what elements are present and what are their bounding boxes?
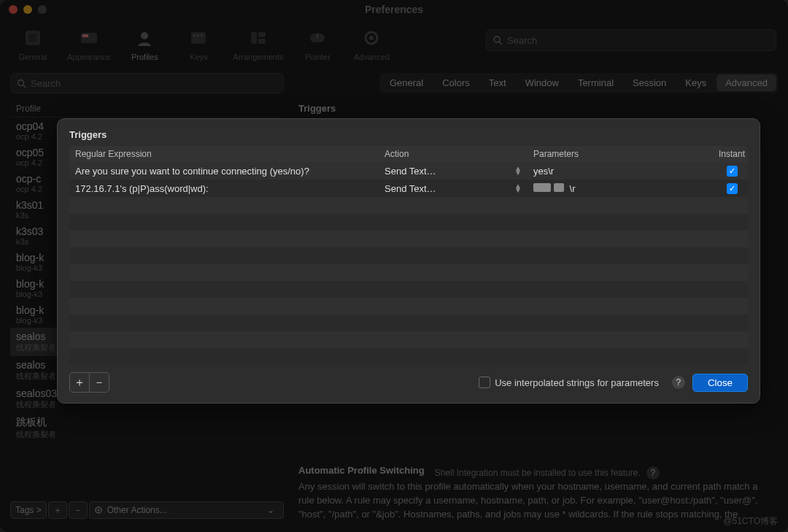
action-select[interactable]: Send Text…▲▼	[379, 180, 528, 197]
add-trigger-button[interactable]: ＋	[69, 372, 90, 393]
table-row[interactable]: 172.16.7.1's (p|P)ass(word|wd):Send Text…	[69, 180, 748, 197]
table-row[interactable]	[69, 231, 748, 247]
triggers-modal: Triggers Regular Expression Action Param…	[57, 118, 760, 404]
close-button[interactable]: Close	[692, 374, 748, 392]
instant-checkbox[interactable]: ✓	[727, 166, 738, 177]
table-row[interactable]	[69, 348, 748, 365]
modal-title: Triggers	[69, 129, 748, 140]
checkbox-icon	[479, 377, 490, 388]
table-row[interactable]	[69, 315, 748, 331]
table-row[interactable]: Are you sure you want to continue connec…	[69, 162, 748, 180]
table-row[interactable]	[69, 331, 748, 348]
col-instant[interactable]: Instant	[706, 146, 758, 162]
table-row[interactable]	[69, 264, 748, 281]
triggers-table-header: Regular Expression Action Parameters Ins…	[69, 146, 748, 162]
col-regex[interactable]: Regular Expression	[69, 146, 379, 162]
col-action[interactable]: Action	[379, 146, 528, 162]
chevron-updown-icon: ▲▼	[514, 166, 522, 175]
instant-checkbox[interactable]: ✓	[727, 183, 738, 194]
table-row[interactable]	[69, 247, 748, 264]
chevron-updown-icon: ▲▼	[514, 184, 522, 193]
table-row[interactable]	[69, 197, 748, 214]
action-select[interactable]: Send Text…▲▼	[379, 163, 528, 180]
interp-checkbox[interactable]: Use interpolated strings for parameters	[479, 377, 659, 388]
remove-trigger-button[interactable]: －	[90, 372, 109, 393]
table-row[interactable]	[69, 298, 748, 315]
modal-footer: ＋ － Use interpolated strings for paramet…	[69, 372, 748, 393]
table-row[interactable]	[69, 281, 748, 298]
col-params[interactable]: Parameters	[528, 146, 706, 162]
triggers-table-body[interactable]: Are you sure you want to continue connec…	[69, 162, 748, 365]
help-icon[interactable]: ?	[672, 376, 685, 389]
table-row[interactable]	[69, 214, 748, 231]
